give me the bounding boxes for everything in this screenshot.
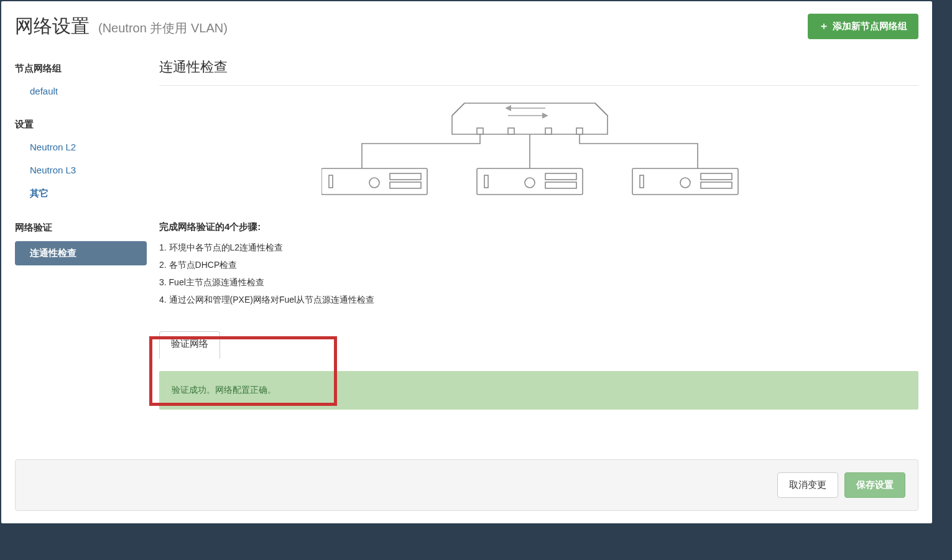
step-1: 1. 环境中各节点的L2连通性检查 (159, 239, 918, 257)
verify-network-button[interactable]: 验证网络 (159, 331, 220, 359)
svg-rect-5 (576, 128, 583, 134)
svg-rect-19 (701, 173, 732, 180)
sidebar-item-neutron-l3[interactable]: Neutron L3 (15, 158, 147, 181)
section-title: 连通性检查 (159, 58, 918, 86)
svg-point-18 (680, 178, 690, 188)
svg-rect-20 (701, 182, 732, 188)
svg-point-13 (525, 178, 535, 188)
svg-rect-10 (390, 182, 421, 188)
sidebar-item-default[interactable]: default (15, 80, 147, 103)
sidebar-section-verification: 网络验证 (15, 217, 147, 239)
sidebar-item-neutron-l2[interactable]: Neutron L2 (15, 135, 147, 158)
svg-rect-17 (640, 175, 644, 188)
add-node-network-group-button[interactable]: ＋ 添加新节点网络组 (808, 14, 918, 39)
verification-success-message: 验证成功。网络配置正确。 (172, 385, 276, 395)
add-node-network-group-label: 添加新节点网络组 (833, 21, 907, 32)
sidebar-section-node-groups: 节点网络组 (15, 58, 147, 80)
sidebar: 节点网络组 default 设置 Neutron L2 Neutron L3 其… (15, 58, 159, 410)
step-2: 2. 各节点DHCP检查 (159, 257, 918, 274)
svg-rect-12 (484, 175, 488, 188)
svg-rect-7 (329, 175, 333, 188)
footer-actions: 取消变更 保存设置 (15, 459, 918, 511)
svg-rect-3 (508, 128, 514, 134)
svg-rect-14 (545, 173, 576, 180)
svg-rect-9 (390, 173, 421, 180)
page-subtitle: (Neutron 并使用 VLAN) (98, 20, 228, 37)
plus-icon: ＋ (819, 20, 829, 33)
step-4: 4. 通过公网和管理(PXE)网络对Fuel从节点源连通性检查 (159, 291, 918, 309)
svg-rect-15 (545, 182, 576, 188)
sidebar-item-connectivity-check[interactable]: 连通性检查 (15, 241, 147, 265)
sidebar-item-other[interactable]: 其它 (15, 181, 147, 206)
network-diagram (159, 88, 918, 221)
svg-rect-4 (545, 128, 552, 134)
svg-point-8 (369, 178, 379, 188)
step-3: 3. Fuel主节点源连通性检查 (159, 274, 918, 291)
cancel-changes-button[interactable]: 取消变更 (777, 472, 838, 498)
steps-title: 完成网络验证的4个步骤: (159, 221, 918, 233)
save-settings-button[interactable]: 保存设置 (844, 472, 905, 498)
page-title: 网络设置 (15, 14, 90, 39)
svg-rect-2 (477, 128, 483, 134)
verification-result: 验证成功。网络配置正确。 (159, 371, 918, 410)
sidebar-section-settings: 设置 (15, 114, 147, 135)
